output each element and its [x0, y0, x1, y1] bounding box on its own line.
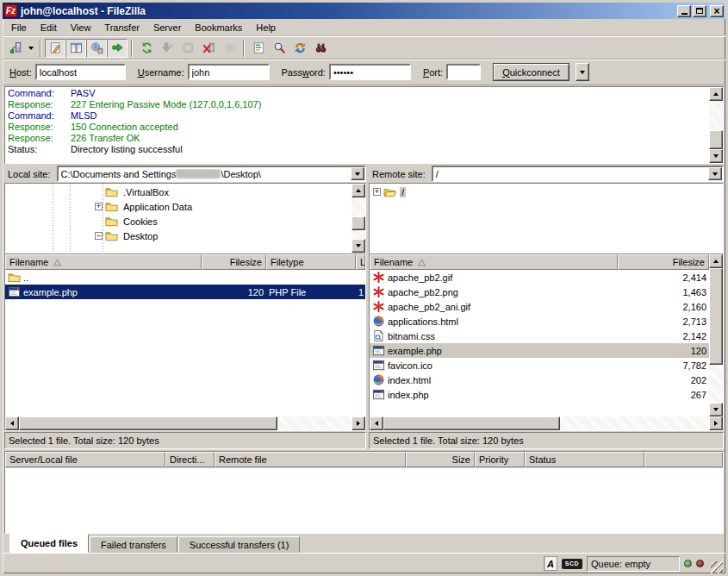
port-input[interactable]: [446, 64, 481, 80]
scroll-left-button[interactable]: [5, 416, 19, 430]
directory-filter-button[interactable]: [248, 39, 269, 58]
queue-column-directi-[interactable]: Directi...: [165, 452, 215, 467]
toggle-transfer-queue-button[interactable]: [107, 39, 128, 58]
tab-queued-files[interactable]: Queued files: [9, 534, 89, 553]
scroll-track[interactable]: [709, 268, 723, 403]
scroll-track[interactable]: [19, 416, 352, 430]
local-column-l[interactable]: L: [356, 254, 365, 270]
tree-item-application-data[interactable]: +Application Data: [5, 199, 352, 214]
tree-item-desktop[interactable]: −Desktop: [5, 229, 352, 243]
redacted-username: [176, 169, 221, 178]
minimize-button[interactable]: [677, 5, 691, 17]
quickconnect-button[interactable]: Quickconnect: [493, 63, 569, 81]
expand-icon[interactable]: +: [95, 203, 103, 210]
synchronized-browsing-button[interactable]: [289, 39, 310, 58]
file-row-applications.html[interactable]: applications.html2,713: [370, 314, 709, 329]
menu-file[interactable]: File: [4, 21, 34, 34]
file-row-favicon.ico[interactable]: favicon.ico7,782: [370, 358, 709, 373]
menu-edit[interactable]: Edit: [34, 21, 64, 34]
folder-icon: [8, 271, 21, 284]
cancel-icon: [182, 41, 195, 54]
scroll-down-button[interactable]: [709, 403, 723, 416]
expand-icon[interactable]: +: [373, 188, 381, 196]
tab-failed-transfers[interactable]: Failed transfers: [90, 536, 177, 553]
menu-bookmarks[interactable]: Bookmarks: [188, 21, 249, 34]
scroll-track[interactable]: [709, 101, 723, 149]
scroll-left-button[interactable]: [370, 416, 383, 430]
scroll-up-button[interactable]: [709, 87, 723, 101]
resize-grip[interactable]: [711, 561, 723, 573]
file-row-apache-pb2.png[interactable]: apache_pb2.png1,463: [370, 285, 709, 299]
menu-view[interactable]: View: [64, 21, 98, 34]
message-log-scrollbar[interactable]: [709, 87, 723, 163]
toggle-message-log-button[interactable]: [45, 39, 65, 58]
queue-column-remote-file[interactable]: Remote file: [215, 452, 406, 467]
menu-help[interactable]: Help: [249, 21, 283, 34]
quickconnect-dropdown-button[interactable]: [576, 63, 589, 81]
toggle-remote-tree-button[interactable]: [86, 39, 107, 58]
username-input[interactable]: [188, 64, 270, 80]
file-row-index.html[interactable]: index.html202: [370, 373, 709, 387]
scroll-thumb[interactable]: [709, 268, 723, 365]
local-column-filetype[interactable]: Filetype: [266, 254, 356, 270]
remote-list-hscrollbar[interactable]: [370, 416, 723, 430]
queue-column-priority[interactable]: Priority: [475, 452, 525, 467]
local-tree-scrollbar[interactable]: [352, 184, 365, 253]
local-site-label: Local site:: [4, 169, 54, 179]
directory-filter-icon: [252, 41, 265, 54]
site-manager-dropdown-button[interactable]: [26, 39, 36, 58]
refresh-button[interactable]: [136, 39, 157, 58]
tree-item--virtualbox[interactable]: .VirtualBox: [5, 185, 352, 199]
scroll-thumb[interactable]: [352, 216, 365, 230]
file-row-example.php[interactable]: example.php120PHP File1: [5, 285, 365, 299]
find-files-button[interactable]: [310, 39, 331, 58]
scroll-thumb[interactable]: [19, 416, 277, 430]
directory-comparison-button[interactable]: [269, 39, 289, 58]
local-column-filesize[interactable]: Filesize: [202, 254, 266, 270]
file-row-index.php[interactable]: index.php267: [370, 387, 709, 402]
tree-item-root[interactable]: +/: [370, 185, 723, 199]
remote-site-dropdown-button[interactable]: [708, 167, 722, 180]
tree-item-cookies[interactable]: Cookies: [5, 214, 352, 229]
local-site-combo[interactable]: C:\Documents and Settings\Desktop\: [57, 166, 366, 182]
maximize-button[interactable]: [693, 5, 706, 17]
file-row-apache-pb2.gif[interactable]: apache_pb2.gif2,414: [370, 270, 709, 285]
collapse-icon[interactable]: −: [95, 232, 103, 240]
remote-site-combo[interactable]: /: [432, 166, 724, 182]
remote-list-scrollbar[interactable]: [709, 254, 723, 416]
scroll-track[interactable]: [383, 416, 709, 430]
menu-transfer[interactable]: Transfer: [97, 21, 146, 34]
site-manager-button[interactable]: [5, 39, 26, 58]
remote-column-filename[interactable]: Filename: [370, 254, 618, 270]
scroll-thumb[interactable]: [709, 130, 723, 149]
close-button[interactable]: ×: [710, 5, 724, 17]
local-site-dropdown-button[interactable]: [351, 167, 364, 180]
password-input[interactable]: [329, 64, 411, 80]
scroll-thumb[interactable]: [383, 416, 560, 430]
scroll-up-button[interactable]: [352, 184, 365, 197]
file-row-example.php[interactable]: example.php120: [370, 343, 709, 358]
queue-column-status[interactable]: Status: [525, 452, 644, 467]
scroll-right-button[interactable]: [352, 416, 365, 430]
file-row-..[interactable]: ..: [5, 270, 365, 285]
queue-column-extra[interactable]: [644, 452, 723, 467]
scroll-track[interactable]: [352, 197, 365, 239]
scroll-right-button[interactable]: [709, 416, 723, 430]
queue-column-server-local-file[interactable]: Server/Local file: [5, 452, 165, 467]
host-input[interactable]: [35, 64, 126, 80]
local-list-hscrollbar[interactable]: [5, 416, 365, 430]
scroll-down-button[interactable]: [709, 149, 723, 163]
toggle-local-tree-button[interactable]: [65, 39, 86, 58]
tab-successful-transfers-1-[interactable]: Successful transfers (1): [178, 536, 301, 553]
scroll-down-button[interactable]: [352, 239, 365, 253]
menu-server[interactable]: Server: [146, 21, 188, 34]
toolbar: [3, 36, 725, 59]
local-column-filename[interactable]: Filename: [5, 254, 202, 270]
sort-asc-icon: [53, 259, 61, 266]
file-row-bitnami.css[interactable]: bitnami.css2,142: [370, 329, 709, 343]
file-row-apache-pb2-ani.gif[interactable]: apache_pb2_ani.gif2,160: [370, 299, 709, 314]
disconnect-button[interactable]: [198, 39, 219, 58]
remote-column-filesize[interactable]: Filesize: [618, 254, 709, 270]
scroll-up-button[interactable]: [709, 254, 723, 268]
queue-column-size[interactable]: Size: [406, 452, 475, 467]
